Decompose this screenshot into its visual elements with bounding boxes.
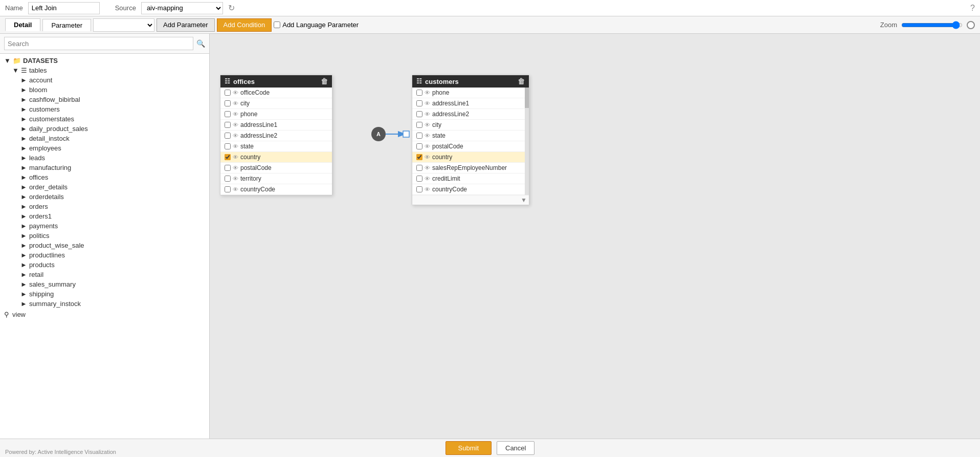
customers-cb-postalcode[interactable] [416,143,422,149]
offices-row-state[interactable]: 👁 state [220,141,332,152]
name-input[interactable] [28,2,100,14]
customers-row-countrycode[interactable]: 👁 countryCode [412,184,529,195]
offices-table-header[interactable]: ☷ offices 🗑 [220,75,332,88]
tree-item-cashflow[interactable]: ►cashflow_bibirbal [0,95,209,104]
customers-cb-addressline1[interactable] [416,100,422,106]
tree-item-customerstates[interactable]: ►customerstates [0,114,209,124]
eye-icon: 👁 [425,165,430,171]
arrow-icon: ► [20,173,27,181]
offices-row-addressline1[interactable]: 👁 addressLine1 [220,120,332,130]
tree-item-sales[interactable]: ►sales_summary [0,279,209,289]
arrow-icon: ► [20,203,27,210]
customers-cb-addressline2[interactable] [416,111,422,117]
customers-cb-country[interactable] [416,154,422,160]
offices-cb-addressline1[interactable] [225,122,231,128]
offices-cb-countrycode[interactable] [225,186,231,192]
zoom-indicator [967,21,975,29]
offices-row-territory[interactable]: 👁 territory [220,173,332,184]
arrow-icon: ► [20,212,27,220]
offices-cb-city[interactable] [225,100,231,106]
offices-row-countrycode[interactable]: 👁 countryCode [220,184,332,195]
arrow-icon: ► [20,232,27,240]
tree-item-leads[interactable]: ►leads [0,153,209,163]
add-language-checkbox[interactable] [274,21,280,28]
tree-item-retail[interactable]: ►retail [0,270,209,279]
refresh-icon[interactable]: ↻ [228,3,235,13]
offices-row-phone[interactable]: 👁 phone [220,109,332,120]
tree-item-offices[interactable]: ►offices [0,172,209,182]
add-condition-button[interactable]: Add Condition [217,18,272,32]
customers-row-creditlimit[interactable]: 👁 creditLimit [412,173,529,184]
customers-table-header[interactable]: ☷ customers 🗑 [412,75,529,88]
tree-item-daily[interactable]: ►daily_product_sales [0,124,209,134]
customers-cb-state[interactable] [416,133,422,139]
tree-item-orders[interactable]: ►orders [0,202,209,211]
tree-item-products[interactable]: ►products [0,260,209,270]
footer-text: Powered by: Active Intelligence Visualiz… [5,449,116,455]
customers-row-country[interactable]: 👁 country [412,152,529,163]
tree-item-orders1[interactable]: ►orders1 [0,211,209,221]
customers-row-postalcode[interactable]: 👁 postalCode [412,141,529,152]
search-input[interactable] [4,37,193,50]
customers-row-addressline1[interactable]: 👁 addressLine1 [412,98,529,109]
tab-detail[interactable]: Detail [5,18,40,31]
offices-row-city[interactable]: 👁 city [220,98,332,109]
chevron-down-icon: ▼ [12,67,19,74]
scroll-down-icon[interactable]: ▼ [521,197,527,204]
offices-row-postalcode[interactable]: 👁 postalCode [220,163,332,173]
arrow-icon: ► [20,222,27,230]
eye-icon: 👁 [233,176,238,182]
zoom-slider[interactable] [901,21,963,29]
cancel-button[interactable]: Cancel [497,441,534,455]
tree-item-manufacturing[interactable]: ►manufacturing [0,163,209,172]
customers-delete-icon[interactable]: 🗑 [518,77,525,85]
tree-view[interactable]: ⚲ view [0,309,209,320]
search-icon[interactable]: 🔍 [196,39,205,48]
tree-item-product-wise[interactable]: ►product_wise_sale [0,241,209,250]
submit-button[interactable]: Submit [446,441,492,455]
tree-item-productlines[interactable]: ►productlines [0,250,209,260]
offices-cb-addressline2[interactable] [225,133,231,139]
customers-row-city[interactable]: 👁 city [412,120,529,130]
tree-tables[interactable]: ▼ ☰ tables [0,66,209,75]
eye-icon: 👁 [233,111,238,117]
offices-cb-country[interactable] [225,154,231,160]
tree-item-customers[interactable]: ►customers [0,104,209,114]
source-select[interactable]: aiv-mapping [141,2,223,14]
tree-item-account[interactable]: ►account [0,75,209,85]
customers-cb-countrycode[interactable] [416,186,422,192]
tree-item-summary[interactable]: ►summary_instock [0,299,209,309]
customers-row-salesrep[interactable]: 👁 salesRepEmployeeNumber [412,163,529,173]
customers-cb-phone[interactable] [416,90,422,96]
tab-parameter[interactable]: Parameter [42,19,91,31]
help-icon[interactable]: ? [970,4,975,13]
customers-cb-creditlimit[interactable] [416,176,422,182]
arrow-icon: ► [20,193,27,201]
offices-cb-phone[interactable] [225,111,231,117]
customers-cb-city[interactable] [416,122,422,128]
tab-dropdown[interactable] [93,18,154,32]
tree-item-orderdetails[interactable]: ►orderdetails [0,192,209,202]
tree-item-payments[interactable]: ►payments [0,221,209,231]
customers-row-addressline2[interactable]: 👁 addressLine2 [412,109,529,120]
offices-cb-territory[interactable] [225,176,231,182]
offices-row-addressline2[interactable]: 👁 addressLine2 [220,130,332,141]
offices-cb-state[interactable] [225,143,231,149]
tree-datasets[interactable]: ▼ 📁 DATASETS [0,56,209,66]
offices-cb-officecode[interactable] [225,90,231,96]
customers-row-phone[interactable]: 👁 phone [412,88,529,98]
tree-item-shipping[interactable]: ►shipping [0,289,209,299]
tree-item-employees[interactable]: ►employees [0,143,209,153]
bottom-bar: Submit Cancel [0,439,980,457]
customers-cb-salesrep[interactable] [416,165,422,171]
tree-item-order-details[interactable]: ►order_details [0,182,209,192]
offices-cb-postalcode[interactable] [225,165,231,171]
offices-delete-icon[interactable]: 🗑 [321,77,328,85]
tree-item-detail[interactable]: ►detail_instock [0,134,209,143]
add-parameter-button[interactable]: Add Parameter [157,18,214,32]
tree-item-bloom[interactable]: ►bloom [0,85,209,95]
customers-row-state[interactable]: 👁 state [412,130,529,141]
tree-item-politics[interactable]: ►politics [0,231,209,241]
offices-row-country[interactable]: 👁 country [220,152,332,163]
offices-row-officecode[interactable]: 👁 officeCode [220,88,332,98]
